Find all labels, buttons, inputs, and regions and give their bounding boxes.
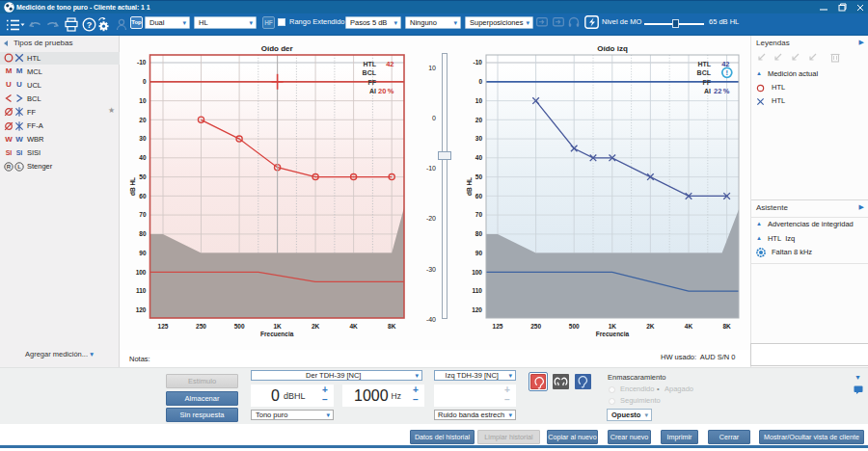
svg-text:8K: 8K xyxy=(388,323,396,330)
svg-text:?: ? xyxy=(87,20,93,30)
svg-text:10: 10 xyxy=(139,97,147,104)
svg-text:AI: AI xyxy=(704,88,711,94)
svg-text:80: 80 xyxy=(475,230,483,237)
svg-text:20 %: 20 % xyxy=(378,87,394,95)
svg-text:100: 100 xyxy=(472,269,482,276)
svg-text:1K: 1K xyxy=(609,323,617,330)
svg-text:50: 50 xyxy=(475,173,483,180)
svg-text:20: 20 xyxy=(139,117,147,123)
svg-text:BCL: BCL xyxy=(363,69,377,76)
svg-text:1K: 1K xyxy=(273,323,282,330)
svg-text:30: 30 xyxy=(139,135,147,142)
svg-text:22 %: 22 % xyxy=(714,87,730,95)
svg-text:50: 50 xyxy=(139,173,147,180)
svg-text:80: 80 xyxy=(139,230,147,237)
svg-text:!: ! xyxy=(726,68,729,77)
svg-text:2K: 2K xyxy=(312,323,320,330)
svg-text:FF: FF xyxy=(367,79,376,86)
svg-text:60: 60 xyxy=(475,193,483,199)
svg-text:42: 42 xyxy=(721,60,729,68)
svg-text:HTL: HTL xyxy=(697,61,711,67)
svg-text:70: 70 xyxy=(475,211,483,218)
svg-text:dB HL: dB HL xyxy=(129,177,136,196)
svg-text:110: 110 xyxy=(473,287,483,294)
svg-text:dB HL: dB HL xyxy=(466,177,473,196)
svg-text:250: 250 xyxy=(196,323,206,330)
svg-text:Oído der: Oído der xyxy=(261,44,293,53)
svg-text:20: 20 xyxy=(475,117,483,123)
svg-text:90: 90 xyxy=(139,250,147,256)
svg-text:30: 30 xyxy=(475,135,483,142)
svg-text:10: 10 xyxy=(475,97,483,104)
svg-text:Frecuencia: Frecuencia xyxy=(260,331,294,337)
svg-text:-10: -10 xyxy=(137,59,147,66)
svg-text:HTL: HTL xyxy=(363,61,376,67)
svg-text:70: 70 xyxy=(139,211,147,218)
svg-text:AI: AI xyxy=(369,88,376,94)
svg-text:60: 60 xyxy=(139,193,147,199)
svg-text:500: 500 xyxy=(234,323,245,330)
svg-text:FF: FF xyxy=(702,79,711,86)
svg-text:0: 0 xyxy=(478,78,482,85)
svg-text:110: 110 xyxy=(136,287,147,294)
svg-text:L: L xyxy=(17,164,21,170)
svg-text:40: 40 xyxy=(139,154,147,161)
svg-text:Oído izq: Oído izq xyxy=(597,44,628,53)
svg-text:500: 500 xyxy=(569,323,580,330)
svg-text:90: 90 xyxy=(475,250,483,256)
svg-text:40: 40 xyxy=(475,154,483,161)
svg-text:Frecuencia: Frecuencia xyxy=(596,331,630,337)
svg-text:R: R xyxy=(7,164,12,170)
svg-text:125: 125 xyxy=(158,323,169,330)
svg-text:BCL: BCL xyxy=(697,69,712,76)
svg-text:0: 0 xyxy=(143,78,147,85)
svg-text:250: 250 xyxy=(530,323,541,330)
svg-text:42: 42 xyxy=(386,60,393,68)
svg-text:-10: -10 xyxy=(474,59,483,66)
svg-text:4K: 4K xyxy=(685,323,693,330)
svg-text:125: 125 xyxy=(493,323,503,330)
svg-text:8K: 8K xyxy=(722,323,731,330)
svg-text:2K: 2K xyxy=(646,323,655,330)
svg-text:120: 120 xyxy=(472,306,482,313)
svg-text:120: 120 xyxy=(136,306,147,313)
svg-text:100: 100 xyxy=(136,269,147,276)
svg-text:4K: 4K xyxy=(349,323,358,330)
